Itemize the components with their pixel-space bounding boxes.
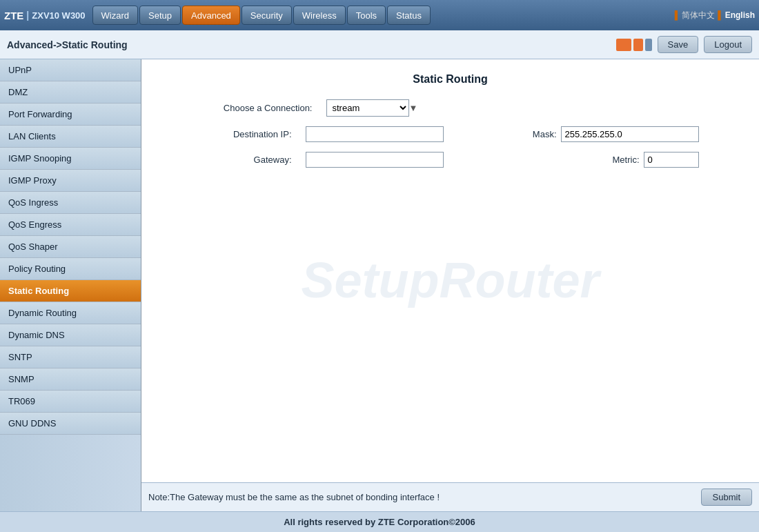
sidebar-item-gnu-ddns[interactable]: GNU DDNS: [0, 413, 141, 435]
breadcrumb-right: Save Logout: [616, 36, 752, 53]
main-layout: UPnP DMZ Port Forwarding LAN Clients IGM…: [0, 59, 759, 511]
metric-group: Metric:: [613, 152, 699, 168]
nav-security[interactable]: Security: [241, 6, 292, 25]
brand-model: ZXV10 W300: [32, 10, 85, 21]
sidebar-item-qos-shaper[interactable]: QoS Shaper: [0, 236, 141, 258]
copyright-text: All rights reserved by ZTE Corporation©2…: [284, 517, 475, 527]
connection-row: Choose a Connection: stream pppoe dhcp ▼: [202, 99, 699, 117]
page-title: Static Routing: [162, 73, 738, 86]
status-bar-2: [633, 39, 643, 51]
gateway-label: Gateway:: [202, 155, 292, 165]
brand-zte: ZTE: [4, 10, 23, 21]
footer-note-bar: Note:The Gateway must be the same as the…: [141, 482, 759, 511]
sidebar-item-lan-clients[interactable]: LAN Clients: [0, 126, 141, 148]
footer-note: Note:The Gateway must be the same as the…: [148, 492, 440, 502]
status-bar-1: [616, 39, 631, 51]
lang-en[interactable]: English: [718, 10, 755, 20]
mask-label: Mask:: [533, 129, 557, 139]
lang-cn[interactable]: 简体中文: [675, 10, 716, 21]
sidebar: UPnP DMZ Port Forwarding LAN Clients IGM…: [0, 59, 141, 511]
metric-label: Metric:: [613, 155, 640, 165]
sidebar-item-dynamic-routing[interactable]: Dynamic Routing: [0, 302, 141, 324]
destination-row: Destination IP: Mask:: [202, 126, 699, 142]
mask-group: Mask:: [533, 126, 699, 142]
static-routing-form: Choose a Connection: stream pppoe dhcp ▼…: [202, 99, 699, 168]
nav-advanced[interactable]: Advanced: [182, 6, 240, 25]
logout-button[interactable]: Logout: [704, 36, 752, 53]
brand-sep: |: [26, 10, 29, 21]
save-button[interactable]: Save: [658, 36, 699, 53]
watermark: SetupRouter: [302, 251, 600, 308]
sidebar-item-snmp[interactable]: SNMP: [0, 368, 141, 391]
nav-setup[interactable]: Setup: [139, 6, 181, 25]
sidebar-item-igmp-snooping[interactable]: IGMP Snooping: [0, 148, 141, 170]
nav-wizard[interactable]: Wizard: [92, 6, 138, 25]
status-indicator: [616, 39, 652, 51]
status-bar-3: [645, 39, 652, 51]
submit-button[interactable]: Submit: [701, 489, 752, 506]
content-inner: Static Routing Choose a Connection: stre…: [141, 59, 759, 181]
dropdown-icon: ▼: [409, 103, 418, 113]
brand: ZTE | ZXV10 W300: [4, 10, 86, 21]
sidebar-item-policy-routing[interactable]: Policy Routing: [0, 258, 141, 280]
destination-ip-input[interactable]: [306, 126, 444, 142]
sidebar-item-sntp[interactable]: SNTP: [0, 346, 141, 368]
sidebar-item-upnp[interactable]: UPnP: [0, 59, 141, 81]
sidebar-item-igmp-proxy[interactable]: IGMP Proxy: [0, 170, 141, 192]
mask-input[interactable]: [561, 126, 699, 142]
sidebar-item-static-routing[interactable]: Static Routing: [0, 280, 141, 302]
language-area: 简体中文 English: [675, 10, 755, 21]
nav-wireless[interactable]: Wireless: [293, 6, 346, 25]
breadcrumb: Advanced->Static Routing: [7, 39, 128, 50]
metric-input[interactable]: [644, 152, 699, 168]
destination-label: Destination IP:: [202, 129, 292, 139]
copyright-bar: All rights reserved by ZTE Corporation©2…: [0, 511, 759, 532]
sidebar-item-qos-engress[interactable]: QoS Engress: [0, 214, 141, 236]
nav-tools[interactable]: Tools: [347, 6, 386, 25]
sidebar-item-dmz[interactable]: DMZ: [0, 81, 141, 104]
content-area: SetupRouter Static Routing Choose a Conn…: [141, 59, 759, 511]
sidebar-item-qos-ingress[interactable]: QoS Ingress: [0, 192, 141, 214]
connection-label: Choose a Connection:: [202, 103, 313, 113]
gateway-row: Gateway: Metric:: [202, 152, 699, 168]
sidebar-item-tr069[interactable]: TR069: [0, 391, 141, 413]
gateway-input[interactable]: [306, 152, 444, 168]
sidebar-item-port-forwarding[interactable]: Port Forwarding: [0, 104, 141, 126]
sidebar-item-dynamic-dns[interactable]: Dynamic DNS: [0, 324, 141, 346]
navbar: ZTE | ZXV10 W300 Wizard Setup Advanced S…: [0, 0, 759, 30]
breadcrumb-bar: Advanced->Static Routing Save Logout: [0, 30, 759, 59]
nav-status[interactable]: Status: [387, 6, 431, 25]
connection-select[interactable]: stream pppoe dhcp: [326, 99, 409, 117]
